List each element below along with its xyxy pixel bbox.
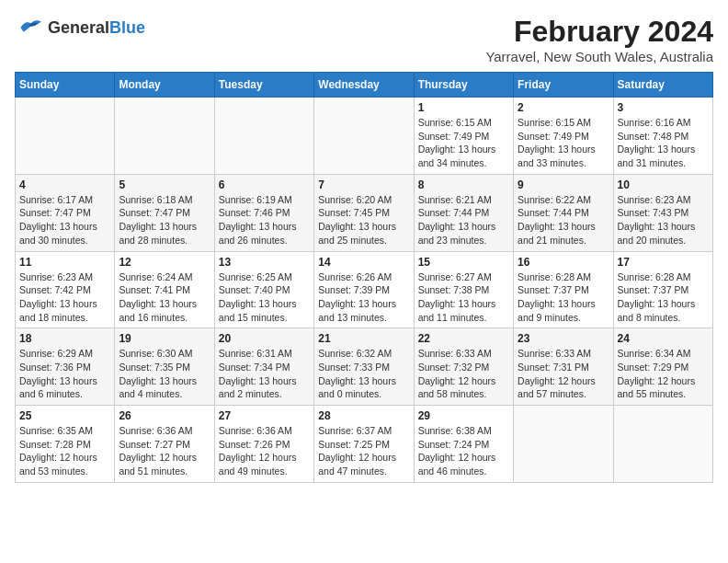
- calendar-day-cell: 4Sunrise: 6:17 AM Sunset: 7:47 PM Daylig…: [16, 174, 115, 251]
- day-number: 16: [518, 256, 609, 269]
- calendar-day-cell: 18Sunrise: 6:29 AM Sunset: 7:36 PM Dayli…: [16, 328, 115, 406]
- day-info: Sunrise: 6:35 AM Sunset: 7:28 PM Dayligh…: [19, 424, 110, 478]
- calendar-week-row: 4Sunrise: 6:17 AM Sunset: 7:47 PM Daylig…: [16, 174, 713, 251]
- day-info: Sunrise: 6:22 AM Sunset: 7:44 PM Dayligh…: [518, 193, 609, 247]
- calendar-table: SundayMondayTuesdayWednesdayThursdayFrid…: [15, 72, 713, 483]
- calendar-day-cell: 16Sunrise: 6:28 AM Sunset: 7:37 PM Dayli…: [514, 251, 613, 328]
- day-info: Sunrise: 6:21 AM Sunset: 7:44 PM Dayligh…: [418, 193, 509, 247]
- day-number: 29: [418, 409, 509, 422]
- day-info: Sunrise: 6:36 AM Sunset: 7:26 PM Dayligh…: [219, 424, 310, 478]
- calendar-day-cell: [613, 406, 712, 483]
- day-header-monday: Monday: [115, 73, 214, 98]
- day-number: 9: [518, 178, 609, 191]
- calendar-day-cell: 23Sunrise: 6:33 AM Sunset: 7:31 PM Dayli…: [514, 328, 613, 406]
- day-number: 25: [19, 409, 110, 422]
- calendar-day-cell: 9Sunrise: 6:22 AM Sunset: 7:44 PM Daylig…: [514, 174, 613, 251]
- day-info: Sunrise: 6:15 AM Sunset: 7:49 PM Dayligh…: [418, 116, 509, 170]
- day-info: Sunrise: 6:23 AM Sunset: 7:43 PM Dayligh…: [618, 193, 709, 247]
- calendar-day-cell: 15Sunrise: 6:27 AM Sunset: 7:38 PM Dayli…: [414, 251, 513, 328]
- month-year-title: February 2024: [485, 15, 713, 49]
- day-number: 11: [19, 256, 110, 269]
- calendar-day-cell: 6Sunrise: 6:19 AM Sunset: 7:46 PM Daylig…: [214, 174, 313, 251]
- calendar-day-cell: 8Sunrise: 6:21 AM Sunset: 7:44 PM Daylig…: [414, 174, 513, 251]
- calendar-day-cell: 13Sunrise: 6:25 AM Sunset: 7:40 PM Dayli…: [214, 251, 313, 328]
- day-info: Sunrise: 6:37 AM Sunset: 7:25 PM Dayligh…: [318, 424, 409, 478]
- day-info: Sunrise: 6:26 AM Sunset: 7:39 PM Dayligh…: [318, 270, 409, 325]
- calendar-day-cell: 2Sunrise: 6:15 AM Sunset: 7:49 PM Daylig…: [514, 98, 613, 175]
- calendar-day-cell: [115, 98, 214, 175]
- day-info: Sunrise: 6:33 AM Sunset: 7:32 PM Dayligh…: [418, 347, 509, 401]
- calendar-header-row: SundayMondayTuesdayWednesdayThursdayFrid…: [16, 73, 713, 98]
- day-number: 28: [318, 409, 409, 422]
- calendar-day-cell: 27Sunrise: 6:36 AM Sunset: 7:26 PM Dayli…: [214, 406, 313, 483]
- calendar-day-cell: 28Sunrise: 6:37 AM Sunset: 7:25 PM Dayli…: [314, 406, 414, 483]
- day-info: Sunrise: 6:32 AM Sunset: 7:33 PM Dayligh…: [318, 347, 409, 401]
- calendar-day-cell: 10Sunrise: 6:23 AM Sunset: 7:43 PM Dayli…: [613, 174, 712, 251]
- calendar-day-cell: [16, 98, 115, 175]
- calendar-day-cell: 29Sunrise: 6:38 AM Sunset: 7:24 PM Dayli…: [414, 406, 513, 483]
- calendar-week-row: 11Sunrise: 6:23 AM Sunset: 7:42 PM Dayli…: [16, 251, 713, 328]
- calendar-day-cell: 5Sunrise: 6:18 AM Sunset: 7:47 PM Daylig…: [115, 174, 214, 251]
- calendar-day-cell: 17Sunrise: 6:28 AM Sunset: 7:37 PM Dayli…: [613, 251, 712, 328]
- location-subtitle: Yarravel, New South Wales, Australia: [485, 49, 713, 64]
- calendar-day-cell: 20Sunrise: 6:31 AM Sunset: 7:34 PM Dayli…: [214, 328, 313, 406]
- day-info: Sunrise: 6:24 AM Sunset: 7:41 PM Dayligh…: [119, 270, 210, 325]
- day-number: 18: [19, 332, 110, 345]
- calendar-day-cell: 24Sunrise: 6:34 AM Sunset: 7:29 PM Dayli…: [613, 328, 712, 406]
- day-header-sunday: Sunday: [16, 73, 115, 98]
- calendar-day-cell: 25Sunrise: 6:35 AM Sunset: 7:28 PM Dayli…: [16, 406, 115, 483]
- calendar-day-cell: 22Sunrise: 6:33 AM Sunset: 7:32 PM Dayli…: [414, 328, 513, 406]
- day-number: 14: [318, 256, 409, 269]
- logo-bird-icon: [15, 15, 44, 40]
- day-number: 20: [219, 332, 310, 345]
- day-number: 19: [119, 332, 210, 345]
- day-info: Sunrise: 6:30 AM Sunset: 7:35 PM Dayligh…: [119, 347, 210, 401]
- day-info: Sunrise: 6:31 AM Sunset: 7:34 PM Dayligh…: [219, 347, 310, 401]
- day-header-saturday: Saturday: [613, 73, 712, 98]
- calendar-day-cell: 12Sunrise: 6:24 AM Sunset: 7:41 PM Dayli…: [115, 251, 214, 328]
- day-number: 17: [618, 256, 709, 269]
- day-number: 27: [219, 409, 310, 422]
- calendar-day-cell: [214, 98, 313, 175]
- day-number: 8: [418, 178, 509, 191]
- title-block: February 2024 Yarravel, New South Wales,…: [485, 15, 713, 64]
- calendar-day-cell: 7Sunrise: 6:20 AM Sunset: 7:45 PM Daylig…: [314, 174, 414, 251]
- day-info: Sunrise: 6:28 AM Sunset: 7:37 PM Dayligh…: [518, 270, 609, 325]
- calendar-day-cell: 21Sunrise: 6:32 AM Sunset: 7:33 PM Dayli…: [314, 328, 414, 406]
- day-info: Sunrise: 6:25 AM Sunset: 7:40 PM Dayligh…: [219, 270, 310, 325]
- calendar-week-row: 18Sunrise: 6:29 AM Sunset: 7:36 PM Dayli…: [16, 328, 713, 406]
- day-info: Sunrise: 6:29 AM Sunset: 7:36 PM Dayligh…: [19, 347, 110, 401]
- day-info: Sunrise: 6:34 AM Sunset: 7:29 PM Dayligh…: [618, 347, 709, 401]
- day-info: Sunrise: 6:15 AM Sunset: 7:49 PM Dayligh…: [518, 116, 609, 170]
- calendar-day-cell: [514, 406, 613, 483]
- day-info: Sunrise: 6:27 AM Sunset: 7:38 PM Dayligh…: [418, 270, 509, 325]
- day-info: Sunrise: 6:38 AM Sunset: 7:24 PM Dayligh…: [418, 424, 509, 478]
- day-info: Sunrise: 6:19 AM Sunset: 7:46 PM Dayligh…: [219, 193, 310, 247]
- day-info: Sunrise: 6:33 AM Sunset: 7:31 PM Dayligh…: [518, 347, 609, 401]
- day-header-friday: Friday: [514, 73, 613, 98]
- calendar-day-cell: 14Sunrise: 6:26 AM Sunset: 7:39 PM Dayli…: [314, 251, 414, 328]
- day-number: 13: [219, 256, 310, 269]
- page-header: GeneralBlue February 2024 Yarravel, New …: [15, 15, 713, 64]
- day-number: 26: [119, 409, 210, 422]
- day-number: 24: [618, 332, 709, 345]
- day-number: 6: [219, 178, 310, 191]
- calendar-day-cell: 11Sunrise: 6:23 AM Sunset: 7:42 PM Dayli…: [16, 251, 115, 328]
- day-header-tuesday: Tuesday: [214, 73, 313, 98]
- day-info: Sunrise: 6:28 AM Sunset: 7:37 PM Dayligh…: [618, 270, 709, 325]
- day-info: Sunrise: 6:16 AM Sunset: 7:48 PM Dayligh…: [618, 116, 709, 170]
- day-number: 23: [518, 332, 609, 345]
- day-info: Sunrise: 6:18 AM Sunset: 7:47 PM Dayligh…: [119, 193, 210, 247]
- calendar-day-cell: [314, 98, 414, 175]
- day-number: 7: [318, 178, 409, 191]
- day-number: 3: [618, 101, 709, 114]
- day-number: 12: [119, 256, 210, 269]
- calendar-day-cell: 3Sunrise: 6:16 AM Sunset: 7:48 PM Daylig…: [613, 98, 712, 175]
- day-info: Sunrise: 6:23 AM Sunset: 7:42 PM Dayligh…: [19, 270, 110, 325]
- day-header-wednesday: Wednesday: [314, 73, 414, 98]
- calendar-day-cell: 26Sunrise: 6:36 AM Sunset: 7:27 PM Dayli…: [115, 406, 214, 483]
- day-number: 10: [618, 178, 709, 191]
- day-number: 2: [518, 101, 609, 114]
- day-info: Sunrise: 6:36 AM Sunset: 7:27 PM Dayligh…: [119, 424, 210, 478]
- calendar-day-cell: 1Sunrise: 6:15 AM Sunset: 7:49 PM Daylig…: [414, 98, 513, 175]
